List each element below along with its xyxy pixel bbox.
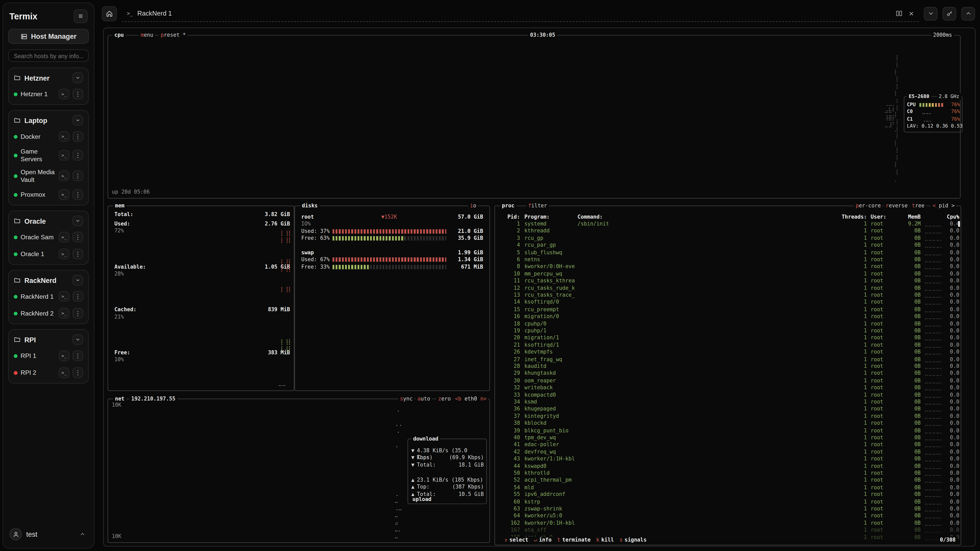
host-terminal-button[interactable]: >_ [59,150,69,161]
process-row[interactable]: 14 ksoftirqd/0 1 root 0B ⣀⣀⣀⣀⡀ 0.0 [495,299,961,306]
process-row[interactable]: 10 mm_percpu_wq 1 root 0B ⣀⣀⣀⣀⡀ 0.0 [495,270,961,278]
process-row[interactable]: 15 rcu_preempt 1 root 0B ⣀⣀⣀⣀⡀ 0.0 [495,306,961,313]
host-terminal-button[interactable]: >_ [59,189,69,200]
proc-footer-terminate[interactable]: tterminate [557,537,590,544]
process-row[interactable]: 32 writeback 1 root 0B ⣀⣀⣀⣀⡀ 0.0 [495,384,961,392]
process-row[interactable]: 12 rcu_tasks_rude_k 1 root 0B ⣀⣀⣀⣀⡀ 0.0 [495,285,961,292]
process-row[interactable]: 54 mld 1 root 0B ⣀⣀⣀⣀⡀ 0.0 [495,484,961,491]
proc-tree-button[interactable]: tree [910,202,926,210]
host-item[interactable]: RackNerd 1 >_ ⋮ [11,288,86,305]
host-item[interactable]: Open Media Vault >_ ⋮ [11,165,86,186]
host-menu-button[interactable]: ⋮ [73,150,83,161]
process-row[interactable]: 13 rcu_tasks_trace_ 1 root 0B ⣀⣀⣀⣀⡀ 0.0 [495,292,961,299]
process-row[interactable]: 16 migration/0 1 root 0B ⣀⣀⣀⣀⡀ 0.0 [495,313,961,320]
proc-sort-selector[interactable]: < pid > [931,202,956,210]
process-row[interactable]: 37 kintegrityd 1 root 0B ⣀⣀⣀⣀⡀ 0.0 [495,413,961,420]
group-collapse-button[interactable] [73,334,83,345]
process-row[interactable]: 6 netns 1 root 0B ⣀⣀⣀⣀⡀ 0.0 [495,256,961,263]
process-row[interactable]: 29 khungtaskd 1 root 0B ⣀⣀⣀⣀⡀ 0.0 [495,370,961,377]
host-terminal-button[interactable]: >_ [59,351,69,361]
host-terminal-button[interactable]: >_ [59,367,69,378]
tab-racknerd-1[interactable]: >_ RackNerd 1 × [122,5,919,22]
process-row[interactable]: 5 slub_flushwq 1 root 0B ⣀⣀⣀⣀⡀ 0.0 [495,249,961,256]
host-item[interactable]: RackNerd 2 >_ ⋮ [11,305,86,322]
header-mem[interactable]: MemB [877,214,921,221]
process-row[interactable]: 3 rcu_gp 1 root 0B ⣀⣀⣀⣀⡀ 0.0 [495,235,961,242]
host-terminal-button[interactable]: >_ [59,89,69,100]
proc-footer-kill[interactable]: kkill [596,537,614,544]
user-menu-button[interactable] [78,529,88,539]
search-input[interactable] [8,49,89,62]
proc-footer-select[interactable]: ↕select [504,537,528,544]
process-row[interactable]: 52 acpi_thermal_pm 1 root 0B ⣀⣀⣀⣀⡀ 0.0 [495,477,961,484]
header-pid[interactable]: Pid: [495,214,520,221]
host-group-header[interactable]: Hetzner [11,70,86,86]
header-threads[interactable]: Threads: [835,214,867,221]
group-collapse-button[interactable] [73,73,83,83]
header-cpu[interactable]: Cpu% [928,214,959,221]
process-row[interactable]: 26 kdevtmpfs 1 root 0B ⣀⣀⣀⣀⡀ 0.0 [495,349,961,356]
host-menu-button[interactable]: ⋮ [73,171,83,181]
process-row[interactable]: 40 tpm_dev_wq 1 root 0B ⣀⣀⣀⣀⡀ 0.0 [495,434,961,441]
host-manager-button[interactable]: Host Manager [8,29,89,44]
process-row[interactable]: 44 kswapd0 1 root 0B ⣀⣀⣀⣀⡀ 0.0 [495,463,961,470]
host-menu-button[interactable]: ⋮ [73,351,83,361]
process-row[interactable]: 30 oom_reaper 1 root 0B ⣀⣀⣀⣀⡀ 0.0 [495,377,961,384]
host-menu-button[interactable]: ⋮ [73,131,83,142]
host-item[interactable]: RPI 1 >_ ⋮ [11,348,86,364]
process-row[interactable]: 63 zswap-shrink 1 root 0B ⣀⣀⣀⣀⡀ 0.0 [495,505,961,513]
host-item[interactable]: Oracle 1 >_ ⋮ [11,245,86,262]
process-row[interactable]: 4 rcu_par_gp 1 root 0B ⣀⣀⣀⣀⡀ 0.0 [495,242,961,249]
host-terminal-button[interactable]: >_ [59,291,69,302]
host-menu-button[interactable]: ⋮ [73,291,83,302]
net-auto-button[interactable]: auto [416,395,432,403]
process-row[interactable]: 39 blkcg_punt_bio 1 root 0B ⣀⣀⣀⣀⡀ 0.0 [495,427,961,434]
host-group-header[interactable]: Oracle [11,213,86,229]
host-menu-button[interactable]: ⋮ [73,89,83,100]
host-menu-button[interactable]: ⋮ [73,308,83,319]
process-row[interactable]: 43 kworker/1:1H-kbl 1 root 0B ⣀⣀⣀⣀⡀ 0.0 [495,456,961,463]
group-collapse-button[interactable] [73,216,83,226]
process-row[interactable]: 34 ksmd 1 root 0B ⣀⣀⣀⣀⡀ 0.0 [495,399,961,406]
proc-footer-signals[interactable]: ssignals [619,537,646,544]
cpu-menu-button[interactable]: menu [139,32,155,39]
sidebar-menu-button[interactable]: ≡ [74,10,88,23]
chevron-up-button[interactable] [961,6,975,21]
proc-percore-button[interactable]: per-core [854,202,883,210]
process-row[interactable]: 28 kauditd 1 root 0B ⣀⣀⣀⣀⡀ 0.0 [495,363,961,370]
process-row[interactable]: 162 kworker/0:1H-kbl 1 root 0B ⣀⣀⣀⣀⡀ 0.0 [495,519,961,527]
host-item[interactable]: Docker >_ ⋮ [11,128,86,145]
host-item[interactable]: Hetzner 1 >_ ⋮ [11,86,86,103]
process-row[interactable]: 8 kworker/0:0H-eve 1 root 0B ⣀⣀⣀⣀⡀ 0.0 [495,263,961,270]
disks-io-toggle[interactable]: io [468,202,478,210]
host-item[interactable]: RPI 2 >_ ⋮ [11,364,86,381]
process-row[interactable]: 27 inet_frag_wq 1 root 0B ⣀⣀⣀⣀⡀ 0.0 [495,356,961,363]
terminal-view[interactable]: cpu menu preset * 03:30:05 2000ms ⢸ ⢸ ⡇ … [103,27,976,547]
process-row[interactable]: 21 ksoftirqd/1 1 root 0B ⣀⣀⣀⣀⡀ 0.0 [495,341,961,349]
iface-prev-key[interactable]: <b [455,395,465,402]
host-item[interactable]: Oracle Sam >_ ⋮ [11,229,86,245]
process-row[interactable]: 60 kstrp 1 root 0B ⣀⣀⣀⣀⡀ 0.0 [495,498,961,505]
process-row[interactable]: 33 kcompactd0 1 root 0B ⣀⣀⣀⣀⡀ 0.0 [495,392,961,399]
process-row[interactable]: 1 systemd /sbin/init 1 root 9.2M ⣀⣀⣀⣀⡀ 0… [495,221,961,227]
net-interface-selector[interactable]: <b eth0 n> [453,395,488,403]
host-menu-button[interactable]: ⋮ [73,232,83,243]
iface-next-key[interactable]: n> [477,395,487,402]
host-group-header[interactable]: RackNerd [11,272,86,288]
header-program[interactable]: Program: [525,214,550,221]
host-menu-button[interactable]: ⋮ [73,189,83,200]
process-row[interactable]: 36 khugepaged 1 root 0B ⣀⣀⣀⣀⡀ 0.0 [495,406,961,413]
host-terminal-button[interactable]: >_ [59,171,69,181]
process-row[interactable]: 167 ata_sff 1 root 0B ⣀⣀⣀⣀⡀ 0.0 [495,527,961,534]
user-footer[interactable]: test [8,527,89,541]
proc-footer-info[interactable]: ↵info [534,537,552,544]
host-menu-button[interactable]: ⋮ [73,249,83,259]
group-collapse-button[interactable] [73,115,83,126]
host-item[interactable]: Game Servers >_ ⋮ [11,145,86,165]
net-zero-button[interactable]: zero [436,395,452,403]
process-row[interactable]: 42 devfreq_wq 1 root 0B ⣀⣀⣀⣀⡀ 0.0 [495,448,961,456]
process-row[interactable]: 38 kblockd 1 root 0B ⣀⣀⣀⣀⡀ 0.0 [495,420,961,427]
process-row[interactable]: 18 cpuhp/0 1 root 0B ⣀⣀⣀⣀⡀ 0.0 [495,320,961,327]
group-collapse-button[interactable] [73,275,83,286]
process-row[interactable]: 20 migration/1 1 root 0B ⣀⣀⣀⣀⡀ 0.0 [495,334,961,341]
